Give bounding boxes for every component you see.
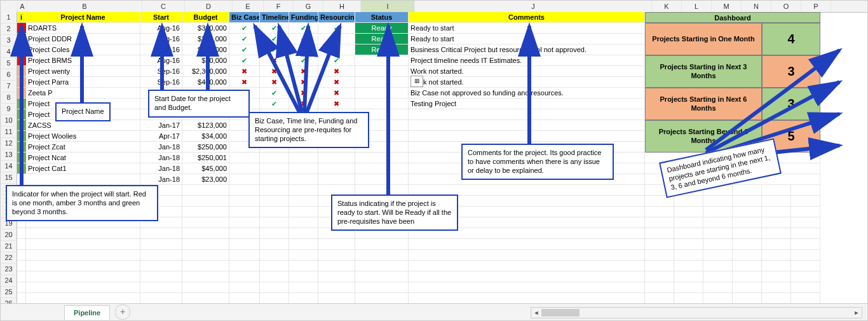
cell[interactable] bbox=[26, 282, 140, 293]
col-header-J[interactable]: J bbox=[415, 1, 652, 12]
col-header-H[interactable]: H bbox=[323, 1, 361, 12]
header-indicator[interactable]: i bbox=[17, 12, 26, 23]
cell[interactable] bbox=[645, 239, 674, 250]
cell[interactable] bbox=[645, 271, 674, 282]
resourcing[interactable] bbox=[318, 153, 355, 163]
funding[interactable]: ✖ bbox=[289, 99, 318, 109]
indicator[interactable] bbox=[17, 99, 26, 109]
funding[interactable]: ✔ bbox=[289, 34, 318, 44]
horizontal-scrollbar[interactable]: ◄ ► bbox=[531, 307, 862, 318]
col-header-O[interactable]: O bbox=[771, 1, 801, 12]
status[interactable] bbox=[355, 55, 409, 66]
comment[interactable]: Testing Project bbox=[409, 99, 645, 109]
row-header-2[interactable]: 2 bbox=[1, 24, 17, 35]
cell[interactable] bbox=[762, 207, 791, 217]
biz-case[interactable]: ✔ bbox=[229, 34, 260, 44]
project-name[interactable]: ZACSS bbox=[26, 120, 140, 131]
cell[interactable] bbox=[229, 250, 260, 261]
cell[interactable] bbox=[762, 282, 791, 293]
header-funding[interactable]: Funding bbox=[289, 12, 318, 23]
cell[interactable] bbox=[17, 239, 26, 250]
start-date[interactable]: Jan-18 bbox=[140, 153, 182, 163]
row-header-24[interactable]: 24 bbox=[1, 275, 17, 287]
header-resourcing[interactable]: Resourcing bbox=[318, 12, 355, 23]
scroll-right-icon[interactable]: ► bbox=[851, 308, 862, 317]
col-header-N[interactable]: N bbox=[742, 1, 771, 12]
header-dashboard[interactable]: Dashboard bbox=[645, 12, 820, 23]
comment[interactable]: Project timeline needs IT Estimates. bbox=[409, 55, 645, 66]
project-name[interactable]: Project Zcat bbox=[26, 142, 140, 153]
cell[interactable] bbox=[260, 185, 289, 196]
scroll-left-icon[interactable]: ◄ bbox=[531, 308, 541, 317]
cell[interactable] bbox=[674, 271, 703, 282]
timeline[interactable]: ✖ bbox=[260, 66, 289, 77]
add-sheet-button[interactable]: + bbox=[115, 304, 130, 320]
header-timeline[interactable]: Timeline bbox=[260, 12, 289, 23]
indicator[interactable] bbox=[17, 120, 26, 131]
col-header-A[interactable]: A bbox=[18, 1, 27, 12]
cell[interactable] bbox=[289, 228, 318, 239]
start-date[interactable]: Apr-17 bbox=[140, 131, 182, 142]
col-header-P[interactable]: P bbox=[801, 1, 831, 12]
cell[interactable] bbox=[674, 250, 703, 261]
col-header-C[interactable]: C bbox=[142, 1, 185, 12]
header-project-name[interactable]: Project Name bbox=[26, 12, 140, 23]
cell[interactable] bbox=[26, 271, 140, 282]
row-header-23[interactable]: 23 bbox=[1, 264, 17, 275]
cell[interactable] bbox=[674, 282, 703, 293]
cell[interactable] bbox=[762, 293, 791, 304]
cell[interactable] bbox=[140, 261, 182, 271]
cell[interactable] bbox=[762, 228, 791, 239]
indicator[interactable] bbox=[17, 163, 26, 174]
budget[interactable]: $23,000 bbox=[182, 174, 229, 185]
row-header-6[interactable]: 6 bbox=[1, 69, 17, 81]
resourcing[interactable]: ✖ bbox=[318, 44, 355, 55]
row-header-8[interactable]: 8 bbox=[1, 92, 17, 104]
cell[interactable] bbox=[762, 239, 791, 250]
start-date[interactable]: Jan-17 bbox=[140, 120, 182, 131]
cell[interactable] bbox=[140, 250, 182, 261]
comment[interactable] bbox=[409, 109, 645, 120]
cell[interactable] bbox=[140, 228, 182, 239]
biz-case[interactable]: ✖ bbox=[229, 66, 260, 77]
cell[interactable] bbox=[289, 196, 318, 207]
cell[interactable] bbox=[733, 207, 762, 217]
header-biz-case[interactable]: Biz Case bbox=[229, 12, 260, 23]
indicator[interactable] bbox=[17, 66, 26, 77]
cell[interactable] bbox=[674, 207, 703, 217]
cell[interactable] bbox=[703, 196, 733, 207]
cell[interactable] bbox=[182, 228, 229, 239]
comment[interactable]: Biz Case not approved so funding and res… bbox=[409, 88, 645, 99]
cell[interactable] bbox=[762, 185, 791, 196]
row-header-1[interactable]: 1 bbox=[1, 12, 17, 24]
cell[interactable] bbox=[318, 271, 355, 282]
budget[interactable]: $230,000 bbox=[182, 44, 229, 55]
row-header-5[interactable]: 5 bbox=[1, 58, 17, 69]
resourcing[interactable]: ✖ bbox=[318, 66, 355, 77]
status[interactable] bbox=[355, 88, 409, 99]
funding[interactable]: ✖ bbox=[289, 66, 318, 77]
cell[interactable] bbox=[409, 261, 645, 271]
cell[interactable] bbox=[703, 239, 733, 250]
project-name[interactable]: Project Cat1 bbox=[26, 163, 140, 174]
start-date[interactable]: Sep-16 bbox=[140, 66, 182, 77]
project-name[interactable]: Zeeta P bbox=[26, 88, 140, 99]
select-all-corner[interactable] bbox=[1, 1, 18, 12]
cell[interactable] bbox=[229, 196, 260, 207]
cell[interactable] bbox=[140, 271, 182, 282]
budget[interactable]: $340,000 bbox=[182, 23, 229, 34]
project-name[interactable]: RDARTS bbox=[26, 23, 140, 34]
scroll-thumb[interactable] bbox=[541, 309, 580, 317]
comment[interactable]: Business Critical Project but resource p… bbox=[409, 44, 645, 55]
project-name[interactable] bbox=[26, 174, 140, 185]
cell[interactable] bbox=[182, 293, 229, 304]
status[interactable]: Ready bbox=[355, 44, 409, 55]
funding[interactable]: ✖ bbox=[289, 77, 318, 88]
status[interactable] bbox=[355, 77, 409, 88]
biz-case[interactable]: ✔ bbox=[229, 23, 260, 34]
indicator[interactable] bbox=[17, 109, 26, 120]
indicator[interactable] bbox=[17, 44, 26, 55]
cell[interactable] bbox=[289, 261, 318, 271]
timeline[interactable]: ✖ bbox=[260, 77, 289, 88]
sheet-tab-pipeline[interactable]: Pipeline bbox=[64, 305, 110, 320]
